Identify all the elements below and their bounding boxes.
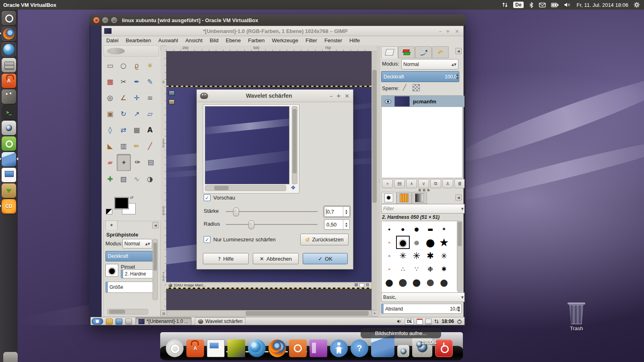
session-gear-icon[interactable] xyxy=(634,2,640,8)
bluetooth-icon[interactable] xyxy=(529,2,534,8)
brush-cell[interactable]: ✳ xyxy=(410,249,423,262)
rotate[interactable]: ↻ xyxy=(117,106,130,122)
vm-clock[interactable]: 18:06 xyxy=(442,319,454,324)
mode-select[interactable]: Normal▲▼ xyxy=(122,239,152,249)
menu-item[interactable]: Ebene xyxy=(223,37,244,44)
mail-icon[interactable] xyxy=(539,2,546,8)
help-button[interactable]: ? Hilfe xyxy=(203,253,249,264)
radius-slider-track[interactable] xyxy=(226,224,318,225)
brush-filter-combo[interactable]: Filter ▼ xyxy=(381,204,464,214)
brush-cell[interactable]: + xyxy=(382,236,396,249)
minimize-button[interactable]: – xyxy=(439,28,442,34)
shear[interactable]: ▱ xyxy=(143,106,157,122)
taskbar-window-button[interactable]: *[Unbenannt]-1.0 ... xyxy=(135,317,192,325)
libreoffice[interactable] xyxy=(2,168,16,182)
checkbox-checked-icon[interactable]: ✓ xyxy=(204,236,211,243)
crop[interactable]: ▣ xyxy=(103,106,117,122)
cancel-button[interactable]: ✕ Abbrechen xyxy=(253,253,299,264)
radius-spinbox[interactable]: 0,50 ▲▼ xyxy=(324,219,350,230)
menu-item[interactable]: Farben xyxy=(245,37,267,44)
bucket-fill[interactable]: ◣ xyxy=(103,138,117,154)
tab-undo-history[interactable]: ↶ xyxy=(432,46,449,58)
brush-cell[interactable]: ✳ xyxy=(396,249,410,262)
brush-cell[interactable]: ● xyxy=(382,276,396,289)
brush-cell[interactable]: ● xyxy=(410,236,423,249)
tab-gradients[interactable] xyxy=(412,192,427,204)
spinner-arrows-icon[interactable]: ▲▼ xyxy=(456,73,458,80)
move[interactable]: ✛ xyxy=(130,90,143,106)
brush-cell[interactable]: ● xyxy=(396,276,410,289)
visibility-eye-icon[interactable] xyxy=(385,99,391,104)
ok-button[interactable]: ✓ OK xyxy=(303,253,348,264)
lower-layer-button[interactable]: ∨ xyxy=(418,179,429,188)
keyboard-layout-indicator[interactable]: DE xyxy=(405,319,414,325)
brush-cell[interactable]: ❉ xyxy=(423,262,437,276)
file-manager-icon[interactable] xyxy=(106,319,113,325)
dock-divider-handle[interactable] xyxy=(377,45,380,316)
workspace-icon[interactable] xyxy=(125,319,132,325)
cage[interactable]: ▩ xyxy=(130,122,143,138)
brush-grid-scrollbar[interactable] xyxy=(457,221,462,292)
brush-cell[interactable]: ✱ xyxy=(437,262,451,276)
libreoffice-writer[interactable] xyxy=(207,339,225,357)
menu-item[interactable]: Filter xyxy=(303,37,320,44)
firefox[interactable] xyxy=(2,27,16,41)
brush-preview-button[interactable]: ● xyxy=(105,264,118,277)
menu-item[interactable]: Fenster xyxy=(322,37,345,44)
brush-cell[interactable]: ● xyxy=(437,276,451,289)
collapse-arrow-icon[interactable]: ◀ xyxy=(455,48,462,54)
brush-cell[interactable]: + xyxy=(382,262,396,276)
clipboard-icon[interactable] xyxy=(417,319,423,325)
launcher-trash[interactable] xyxy=(3,352,18,362)
menu-item[interactable]: Werkzeuge xyxy=(269,37,301,44)
delete-layer-button[interactable]: 🗑 xyxy=(454,179,464,188)
color-picker[interactable]: ✎ xyxy=(143,74,157,90)
ubuntu-logo[interactable] xyxy=(166,339,184,357)
text[interactable]: A xyxy=(143,122,157,138)
scissors[interactable]: ✂ xyxy=(117,74,130,90)
menu-item[interactable]: Ansicht xyxy=(182,37,205,44)
brush-cell[interactable]: ∵ xyxy=(410,262,423,276)
reset-button[interactable]: ↺ Zurücksetzen xyxy=(300,234,349,245)
brush-cell[interactable]: ● xyxy=(423,236,437,249)
quick-mask-button[interactable]: ▨ xyxy=(161,310,167,317)
smudge[interactable]: ∿ xyxy=(130,171,143,187)
menu-item[interactable]: Auswahl xyxy=(155,37,181,44)
scrollbar-thumb[interactable] xyxy=(214,186,229,190)
luminance-checkbox-row[interactable]: ✓ Nur Lumineszenz schärfen xyxy=(204,236,276,243)
default-colors-icon[interactable] xyxy=(106,209,112,214)
scrollbar-thumb[interactable] xyxy=(458,222,462,246)
brush-cell[interactable]: + xyxy=(382,249,396,262)
canvas-horizontal-scrollbar[interactable] xyxy=(166,310,372,317)
applications-menu-button[interactable] xyxy=(92,318,103,325)
perspective-clone[interactable]: ▧ xyxy=(117,171,130,187)
zoom[interactable]: ◎ xyxy=(103,90,117,106)
lock-alpha-icon[interactable] xyxy=(413,84,420,91)
strength-slider-handle[interactable] xyxy=(233,208,239,216)
gimp-titlebar[interactable]: *[Unbenannt]-1.0 (RGB-Farben, 1 Ebene) 1… xyxy=(102,26,463,36)
virtualbox-titlebar[interactable]: × – ▫ linux xubuntu [wird ausgeführt] - … xyxy=(89,14,466,26)
spinner-arrows-icon[interactable]: ▲▼ xyxy=(343,207,349,216)
menu-item[interactable]: Hilfe xyxy=(347,37,363,44)
brush-select-field[interactable]: 2. Hardne xyxy=(121,269,154,278)
tab-channels[interactable] xyxy=(398,46,415,58)
brush-cell[interactable]: ✳ xyxy=(437,249,451,262)
menu-item[interactable]: Datei xyxy=(103,37,121,44)
flip[interactable]: ⇄ xyxy=(117,122,130,138)
keyboard-layout-indicator[interactable]: De xyxy=(513,2,523,8)
brush-cell[interactable]: ● xyxy=(410,222,423,236)
menu-item[interactable]: Bild xyxy=(207,37,221,44)
media-app[interactable] xyxy=(310,339,327,357)
strength-spinbox[interactable]: 0,7 ▲▼ xyxy=(324,206,350,217)
maximize-button[interactable]: + xyxy=(336,93,341,99)
dash-home[interactable] xyxy=(2,11,16,25)
close-button[interactable]: × xyxy=(345,93,349,99)
brush-cell[interactable]: ★ xyxy=(437,236,451,249)
scrollbar-thumb[interactable] xyxy=(109,310,125,314)
scrollbar-thumb[interactable] xyxy=(153,243,157,271)
collapse-arrow-icon[interactable]: ◀ xyxy=(455,194,462,201)
thunderbird[interactable] xyxy=(2,42,16,57)
paintbrush[interactable]: ╱ xyxy=(143,138,157,154)
ellipse-select[interactable]: ○ xyxy=(117,58,130,74)
lock-paint-icon[interactable]: ╱ xyxy=(403,84,406,90)
